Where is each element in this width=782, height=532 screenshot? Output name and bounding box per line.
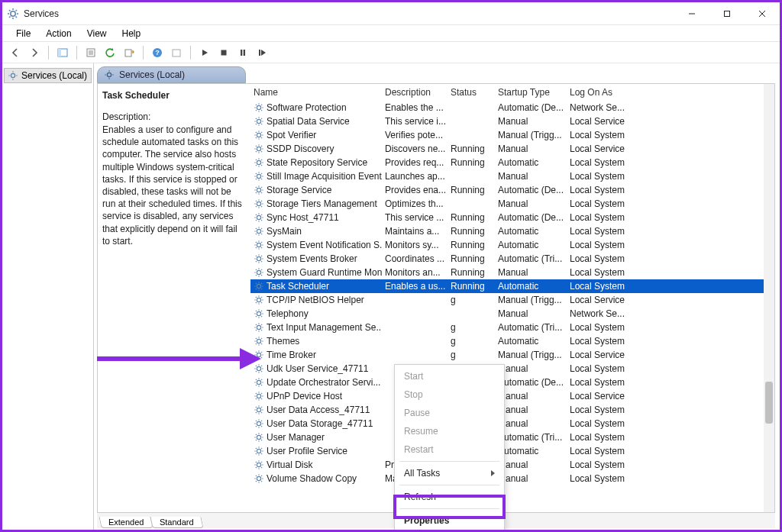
service-logon: Local System (567, 198, 774, 209)
tree-item-services-local[interactable]: Services (Local) (4, 68, 92, 83)
service-row[interactable]: Update Orchestrator Servi...gAutomatic (… (250, 376, 774, 389)
service-row[interactable]: SSDP DiscoveryDiscovers ne...RunningManu… (250, 142, 774, 156)
service-logon: Local System (567, 212, 774, 223)
svg-line-171 (261, 297, 262, 298)
service-row[interactable]: Text Input Management Se...gAutomatic (T… (250, 321, 774, 334)
service-row[interactable]: Sync Host_47711This service ...RunningAu… (250, 211, 774, 224)
gear-icon (254, 102, 264, 113)
help-toolbar-button[interactable]: ? (149, 44, 166, 61)
pause-service-button[interactable] (234, 44, 251, 61)
service-startup: Automatic (495, 240, 567, 250)
svg-line-277 (261, 467, 262, 468)
maximize-button[interactable] (709, 2, 745, 25)
menu-action[interactable]: Action (40, 27, 77, 40)
restart-service-button[interactable] (254, 44, 270, 61)
service-row[interactable]: UPnP Device HostManualLocal Service (250, 389, 774, 403)
svg-line-214 (261, 371, 262, 372)
ctx-all-tasks[interactable]: All Tasks (395, 464, 504, 482)
column-header-description[interactable]: Description (382, 87, 448, 98)
svg-line-51 (256, 118, 257, 119)
column-header-logon[interactable]: Log On As (567, 87, 774, 98)
service-row[interactable]: User ManagergAutomatic (Tri...Local Syst… (250, 430, 774, 444)
column-header-status[interactable]: Status (448, 87, 495, 98)
svg-line-134 (256, 247, 257, 248)
svg-point-280 (257, 476, 260, 480)
service-row[interactable]: Spot VerifierVerifies pote...Manual (Tri… (250, 128, 774, 142)
service-name: SSDP Discovery (267, 143, 334, 154)
service-startup: Manual (Trigg... (495, 350, 567, 360)
svg-line-159 (256, 283, 257, 284)
gear-icon (254, 185, 264, 195)
gear-icon (254, 418, 264, 429)
toolbar-button[interactable] (168, 44, 185, 61)
menu-view[interactable]: View (81, 27, 113, 40)
column-header-name[interactable]: Name (250, 87, 382, 98)
export-list-button[interactable] (121, 44, 137, 61)
service-row[interactable]: Spatial Data ServiceThis service i...Man… (250, 114, 774, 128)
ctx-restart[interactable]: Restart (395, 440, 504, 459)
service-status: g (448, 295, 495, 305)
menu-help[interactable]: Help (116, 27, 147, 40)
service-row[interactable]: System Events BrokerCoordinates ...Runni… (250, 252, 774, 266)
forward-button[interactable] (26, 44, 43, 61)
service-row[interactable]: Time BrokergManual (Trigg...Local Servic… (250, 348, 774, 362)
service-row[interactable]: Software ProtectionEnables the ...Automa… (250, 101, 774, 114)
back-button[interactable] (7, 44, 24, 61)
service-row[interactable]: System Event Notification S...Monitors s… (250, 238, 774, 252)
service-row[interactable]: Task SchedulerEnables a us...RunningAuto… (250, 279, 774, 293)
ctx-stop[interactable]: Stop (395, 385, 504, 404)
show-hide-tree-button[interactable] (54, 44, 71, 61)
service-row[interactable]: Virtual DiskProvides ma...ManualLocal Sy… (250, 458, 774, 472)
service-name: Storage Tiers Management (267, 198, 377, 209)
stop-service-button[interactable] (215, 44, 232, 61)
detail-panel: Task Scheduler Description: Enables a us… (98, 84, 250, 512)
service-row[interactable]: Still Image Acquisition EventsLaunches a… (250, 169, 774, 183)
ctx-pause[interactable]: Pause (395, 404, 504, 422)
start-service-button[interactable] (196, 44, 213, 61)
service-row[interactable]: Storage ServiceProvides ena...RunningAut… (250, 183, 774, 197)
service-row[interactable]: Udk User Service_47711gManualLocal Syste… (250, 362, 774, 376)
svg-line-187 (261, 330, 262, 330)
tab-standard[interactable]: Standard (160, 517, 194, 527)
service-list[interactable]: Name Description Status Startup Type Log… (250, 84, 774, 512)
service-row[interactable]: User Data Access_47711gManualLocal Syste… (250, 403, 774, 417)
service-row[interactable]: TelephonyManualNetwork Se... (250, 307, 774, 321)
svg-line-153 (261, 269, 262, 270)
refresh-toolbar-button[interactable] (102, 44, 118, 61)
column-header-startup[interactable]: Startup Type (495, 87, 567, 98)
tab-extended[interactable]: Extended (108, 517, 144, 527)
service-logon: Local System (567, 418, 774, 429)
ctx-properties[interactable]: Properties (395, 511, 504, 530)
service-row[interactable]: Storage Tiers ManagementOptimizes th...M… (250, 197, 774, 211)
service-row[interactable]: ThemesgAutomaticLocal System (250, 334, 774, 348)
ctx-resume[interactable]: Resume (395, 422, 504, 440)
properties-toolbar-button[interactable] (82, 44, 99, 61)
minimize-button[interactable] (674, 2, 709, 25)
svg-line-45 (261, 105, 262, 105)
scrollbar[interactable] (764, 84, 774, 512)
service-status: Running (448, 253, 495, 264)
menu-file[interactable]: File (10, 27, 37, 40)
gear-icon (254, 391, 264, 401)
service-row[interactable]: SysMainMaintains a...RunningAutomaticLoc… (250, 224, 774, 238)
service-startup: Manual (495, 473, 567, 484)
service-row[interactable]: TCP/IP NetBIOS HelpergManual (Trigg...Lo… (250, 293, 774, 307)
service-logon: Local Service (567, 391, 774, 401)
service-row[interactable]: User Profile ServicegAutomaticLocal Syst… (250, 444, 774, 458)
service-row[interactable]: User Data Storage_47711gManualLocal Syst… (250, 417, 774, 430)
service-row[interactable]: System Guard Runtime Mon...Monitors an..… (250, 266, 774, 279)
svg-point-262 (257, 449, 260, 453)
service-row[interactable]: Volume Shadow CopyManages an...ManualLoc… (250, 472, 774, 485)
service-status: Running (448, 157, 495, 168)
close-button[interactable] (745, 2, 780, 25)
svg-line-114 (256, 214, 257, 215)
ctx-refresh[interactable]: Refresh (395, 488, 504, 506)
scrollbar-thumb[interactable] (765, 382, 773, 424)
ctx-start[interactable]: Start (395, 367, 504, 385)
svg-line-90 (261, 173, 262, 174)
svg-line-243 (261, 407, 262, 408)
svg-line-54 (261, 118, 262, 119)
svg-line-88 (261, 179, 262, 179)
service-row[interactable]: State Repository ServiceProvides req...R… (250, 156, 774, 169)
svg-line-150 (256, 269, 257, 270)
